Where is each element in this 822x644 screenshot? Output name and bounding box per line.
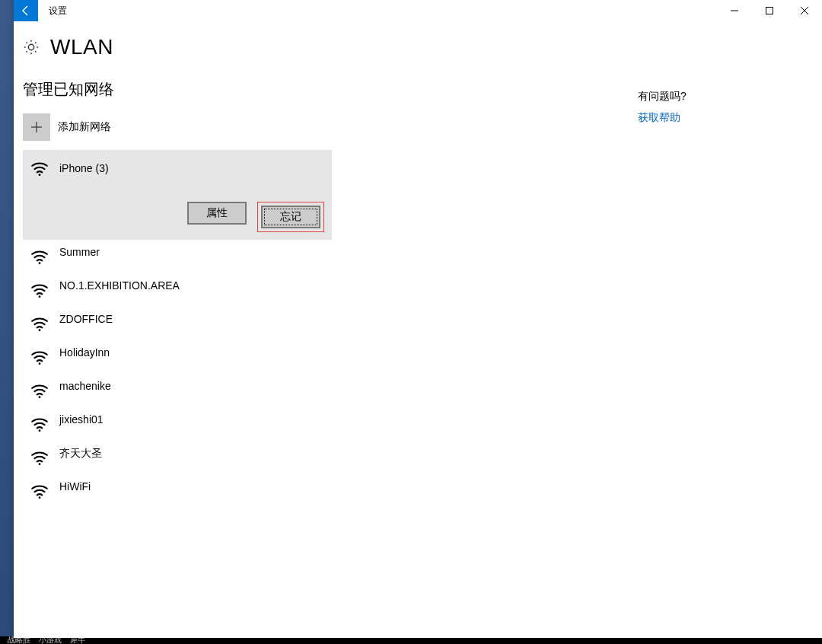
svg-point-9 xyxy=(39,329,41,331)
minimize-icon xyxy=(731,7,738,14)
network-item-selected[interactable]: iPhone (3) 属性 忘记 xyxy=(23,150,332,240)
svg-point-12 xyxy=(39,429,41,432)
network-item[interactable]: ZDOFFICE xyxy=(23,307,332,340)
network-name: iPhone (3) xyxy=(59,162,109,174)
desktop-background-edge xyxy=(0,0,14,644)
svg-point-10 xyxy=(39,362,41,365)
wifi-icon xyxy=(29,346,50,368)
help-link[interactable]: 获取帮助 xyxy=(638,111,790,125)
help-header: 有问题吗? xyxy=(638,90,790,104)
network-name: HolidayInn xyxy=(59,346,110,359)
network-item[interactable]: Summer xyxy=(23,240,332,273)
wifi-icon xyxy=(29,279,50,301)
maximize-button[interactable] xyxy=(752,0,787,21)
network-item[interactable]: jixieshi01 xyxy=(23,407,332,441)
gear-icon xyxy=(23,39,40,56)
page-title: WLAN xyxy=(50,35,113,59)
minimize-button[interactable] xyxy=(717,0,752,21)
close-icon xyxy=(801,7,808,14)
svg-point-7 xyxy=(39,262,41,264)
wifi-icon xyxy=(29,413,50,435)
svg-point-13 xyxy=(39,463,41,465)
properties-button[interactable]: 属性 xyxy=(187,202,247,225)
window-controls xyxy=(717,0,822,21)
network-name: Summer xyxy=(59,246,100,258)
plus-icon xyxy=(23,113,50,141)
wifi-icon xyxy=(29,480,50,502)
titlebar-drag-area[interactable] xyxy=(78,0,717,21)
network-name: jixieshi01 xyxy=(59,413,104,426)
wifi-icon xyxy=(29,313,50,334)
close-button[interactable] xyxy=(787,0,822,21)
wifi-icon xyxy=(29,447,50,468)
network-item[interactable]: machenike xyxy=(23,374,332,407)
main-column: WLAN 管理已知网络 添加新网络 iPhone (3) xyxy=(14,35,638,638)
maximize-icon xyxy=(766,7,773,14)
network-name: NO.1.EXHIBITION.AREA xyxy=(59,279,180,292)
network-item[interactable]: 齐天大圣 xyxy=(23,441,332,474)
content-area: WLAN 管理已知网络 添加新网络 iPhone (3) xyxy=(14,21,822,638)
network-name: ZDOFFICE xyxy=(59,313,113,325)
svg-point-14 xyxy=(39,496,41,499)
window-title: 设置 xyxy=(38,0,78,21)
add-network-label: 添加新网络 xyxy=(58,120,111,134)
titlebar: 设置 xyxy=(14,0,822,21)
wifi-icon xyxy=(29,158,50,179)
help-sidebar: 有问题吗? 获取帮助 xyxy=(638,90,790,125)
back-button[interactable] xyxy=(14,0,38,21)
network-name: 齐天大圣 xyxy=(59,447,102,461)
annotation-highlight: 忘记 xyxy=(257,202,324,232)
network-name: machenike xyxy=(59,380,111,392)
network-item[interactable]: HiWiFi xyxy=(23,474,332,508)
wifi-icon xyxy=(29,380,50,401)
page-header: WLAN xyxy=(23,35,638,59)
arrow-left-icon xyxy=(20,5,32,17)
svg-point-8 xyxy=(39,295,41,298)
settings-window: 设置 WLAN 管理已知网络 xyxy=(14,0,822,638)
network-item[interactable]: NO.1.EXHIBITION.AREA xyxy=(23,273,332,307)
svg-point-11 xyxy=(39,396,41,398)
wifi-icon xyxy=(29,246,50,267)
network-item[interactable]: HolidayInn xyxy=(23,340,332,374)
section-header: 管理已知网络 xyxy=(23,79,638,100)
add-network-button[interactable]: 添加新网络 xyxy=(23,113,332,141)
svg-point-6 xyxy=(39,174,41,176)
svg-rect-1 xyxy=(766,8,773,14)
network-actions: 属性 忘记 xyxy=(29,188,326,232)
known-networks-list: iPhone (3) 属性 忘记 Summer NO.1.EXHIBIT xyxy=(23,150,638,508)
forget-button[interactable]: 忘记 xyxy=(261,206,320,228)
network-name: HiWiFi xyxy=(59,480,91,493)
